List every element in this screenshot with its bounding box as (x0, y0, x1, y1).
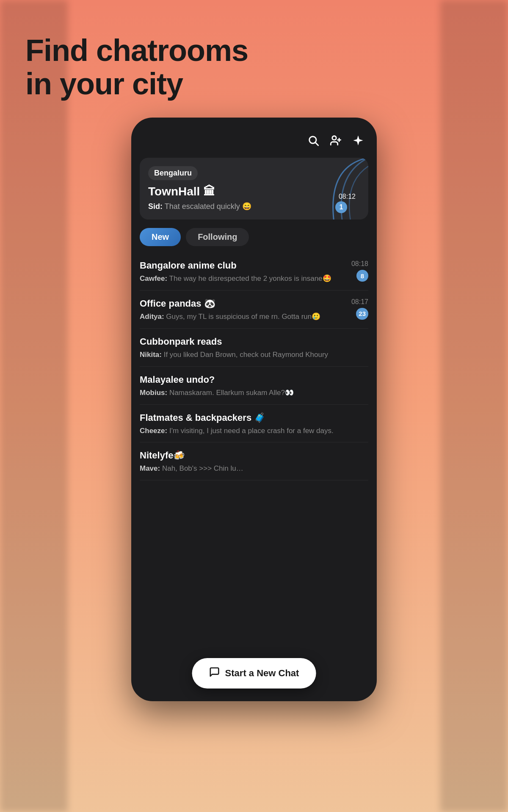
townhall-time: 08:12 (339, 193, 356, 200)
side-blur-left (0, 0, 68, 812)
chat-preview: Cheeze: I'm visiting, I just need a plac… (140, 426, 368, 436)
chat-list: Bangalore anime club 08:18 Cawfee: The w… (131, 252, 377, 701)
chat-message: I'm visiting, I just need a place crash … (169, 427, 334, 435)
unread-badge: 8 (356, 270, 368, 282)
list-item[interactable]: Flatmates & backpackers 🧳 Cheeze: I'm vi… (140, 405, 368, 443)
chat-sender: Cawfee: (140, 274, 167, 283)
fab-label: Start a New Chat (225, 668, 299, 679)
list-item[interactable]: Cubbonpark reads Nikita: If you liked Da… (140, 329, 368, 367)
header-text: Find chatrooms in your city (25, 34, 248, 101)
townhall-sender: Sid: (148, 202, 163, 211)
chat-name: Flatmates & backpackers 🧳 (140, 412, 265, 423)
chat-time: 08:17 (351, 298, 368, 306)
tab-following[interactable]: Following (186, 228, 249, 246)
chat-sender: Aditya: (140, 313, 164, 321)
list-item[interactable]: Bangalore anime club 08:18 Cawfee: The w… (140, 252, 368, 291)
chat-message: If you liked Dan Brown, check out Raymon… (164, 351, 328, 359)
chat-item-header: Cubbonpark reads (140, 336, 368, 347)
chat-item-header: Malayalee undo? (140, 374, 368, 385)
chat-name: Office pandas 🐼 (140, 298, 215, 309)
chat-sender: Mobius: (140, 389, 167, 397)
sparkle-icon[interactable] (352, 134, 364, 149)
chat-preview: Aditya: Guys, my TL is suspicious of me … (140, 312, 368, 322)
chat-preview: Mave: Nah, Bob's >>> Chin lu… (140, 464, 368, 474)
chat-message: Nah, Bob's >>> Chin lu… (162, 464, 243, 472)
chat-sender: Cheeze: (140, 427, 167, 435)
chat-item-header: Flatmates & backpackers 🧳 (140, 412, 368, 423)
svg-line-1 (315, 143, 318, 145)
chat-name: Cubbonpark reads (140, 336, 222, 347)
list-item[interactable]: Malayalee undo? Mobius: Namaskaram. Ella… (140, 367, 368, 405)
list-item[interactable]: Office pandas 🐼 08:17 Aditya: Guys, my T… (140, 291, 368, 329)
svg-point-2 (332, 136, 336, 140)
chat-item-header: Nitelyfe🍻 (140, 450, 368, 461)
search-icon[interactable] (307, 134, 319, 149)
chat-time: 08:18 (351, 260, 368, 268)
city-badge: Bengaluru (148, 166, 198, 180)
unread-badge: 23 (356, 308, 368, 320)
phone-container: Bengaluru TownHall 🏛 Sid: That escalated… (131, 118, 377, 701)
chat-item-header: Office pandas 🐼 08:17 (140, 298, 368, 309)
chat-message: Namaskaram. Ellarkum sukam Alle?👀 (169, 389, 294, 397)
background-wrapper: Find chatrooms in your city (0, 0, 508, 812)
chat-preview: Mobius: Namaskaram. Ellarkum sukam Alle?… (140, 388, 368, 398)
chat-name: Bangalore anime club (140, 260, 237, 271)
fab-container: Start a New Chat (192, 658, 316, 689)
phone-inner: Bengaluru TownHall 🏛 Sid: That escalated… (131, 118, 377, 701)
chat-name: Nitelyfe🍻 (140, 450, 185, 461)
chat-sender: Nikita: (140, 351, 162, 359)
start-new-chat-button[interactable]: Start a New Chat (192, 658, 316, 689)
chat-message: The way he disrespected the 2 yonkos is … (169, 274, 331, 283)
chat-message: Guys, my TL is suspicious of me rn. Gott… (166, 313, 320, 321)
list-item[interactable]: Nitelyfe🍻 Mave: Nah, Bob's >>> Chin lu… (140, 442, 368, 480)
side-blur-right (440, 0, 508, 812)
arc-decoration (292, 158, 368, 219)
chat-item-header: Bangalore anime club 08:18 (140, 260, 368, 271)
top-bar (131, 130, 377, 154)
townhall-card[interactable]: Bengaluru TownHall 🏛 Sid: That escalated… (140, 158, 368, 219)
header-line2: in your city (25, 67, 248, 101)
chat-name: Malayalee undo? (140, 374, 215, 385)
chat-preview: Nikita: If you liked Dan Brown, check ou… (140, 350, 368, 360)
tab-new[interactable]: New (140, 228, 181, 246)
townhall-text: That escalated quickly 😄 (165, 202, 251, 211)
tabs-container: New Following (131, 226, 377, 252)
add-user-icon[interactable] (330, 134, 342, 149)
chat-preview: Cawfee: The way he disrespected the 2 yo… (140, 274, 368, 284)
header-line1: Find chatrooms (25, 34, 248, 67)
chat-bubble-icon (209, 667, 220, 680)
chat-sender: Mave: (140, 464, 160, 472)
